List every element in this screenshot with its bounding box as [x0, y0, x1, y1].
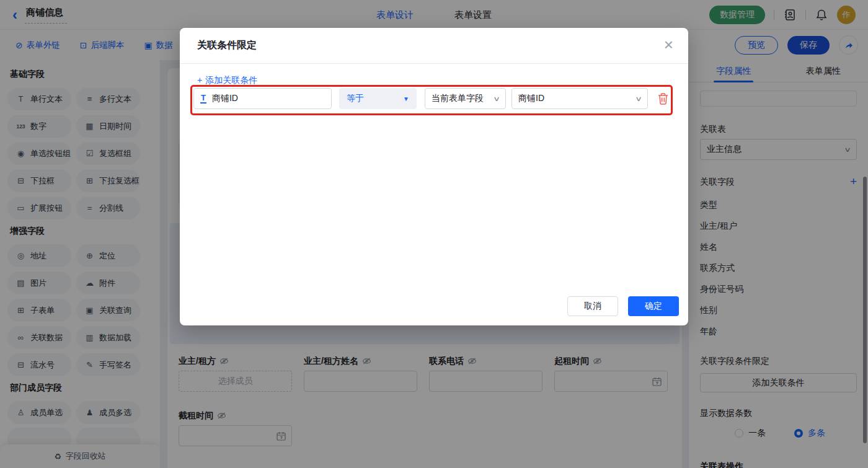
chevron-down-icon: ∨ — [635, 95, 642, 103]
add-condition-link-label: 添加关联条件 — [205, 75, 257, 86]
source-value: 当前表单字段 — [432, 93, 484, 104]
condition-row: T 商铺ID 等于 ▼ 当前表单字段 ∨ 商铺ID ∨ — [193, 88, 669, 109]
condition-modal: 关联条件限定 × + 添加关联条件 T 商铺ID 等于 ▼ 当前表单字段 ∨ 商… — [180, 28, 688, 325]
operator-select[interactable]: 等于 ▼ — [339, 88, 417, 109]
chevron-down-icon: ∨ — [493, 95, 500, 103]
close-icon[interactable]: × — [664, 37, 673, 53]
text-field-icon: T — [200, 94, 206, 104]
operator-value: 等于 — [347, 93, 364, 104]
modal-footer: 取消 确定 — [567, 296, 679, 316]
modal-header: 关联条件限定 — [180, 28, 688, 64]
value-select[interactable]: 商铺ID ∨ — [512, 88, 648, 109]
source-select[interactable]: 当前表单字段 ∨ — [425, 88, 506, 109]
caret-down-icon: ▼ — [403, 95, 409, 102]
delete-condition-icon[interactable] — [657, 92, 669, 105]
plus-icon: + — [197, 75, 202, 86]
modal-title: 关联条件限定 — [197, 39, 257, 52]
cancel-button[interactable]: 取消 — [567, 296, 618, 316]
confirm-button[interactable]: 确定 — [628, 296, 679, 316]
condition-field-input[interactable]: T 商铺ID — [193, 88, 332, 109]
condition-field-value: 商铺ID — [212, 93, 238, 104]
value-value: 商铺ID — [518, 93, 544, 104]
add-condition-link[interactable]: + 添加关联条件 — [197, 75, 257, 86]
app-screen: ‹ 商铺信息 表单设计 表单设置 数据管理 作 — [0, 0, 868, 468]
